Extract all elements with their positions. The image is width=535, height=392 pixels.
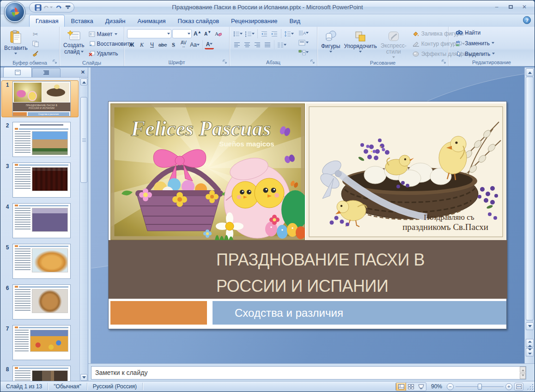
clipboard-dialog-launcher[interactable] bbox=[53, 60, 58, 65]
paste-button[interactable]: Вставить bbox=[2, 28, 30, 60]
next-slide-button[interactable] bbox=[526, 348, 534, 356]
tab-view[interactable]: Вид bbox=[283, 15, 306, 27]
font-name-combo[interactable] bbox=[127, 29, 171, 38]
character-spacing-button[interactable]: AV↔ bbox=[179, 40, 188, 49]
copy-button[interactable] bbox=[30, 39, 41, 48]
cut-button[interactable]: ✂ bbox=[30, 30, 41, 39]
tab-animation[interactable]: Анимация bbox=[132, 15, 172, 27]
fit-to-window-button[interactable] bbox=[514, 383, 523, 391]
scroll-thumb[interactable] bbox=[526, 77, 534, 320]
text-shadow-button[interactable]: S bbox=[169, 40, 178, 49]
slide-4-preview[interactable] bbox=[12, 203, 71, 238]
slide-thumbnail-1[interactable]: 1 ПРАЗДНОВАНИЕ ПАСХИ В РОССИИ И ИСПАНИИ … bbox=[1, 80, 79, 117]
maximize-button[interactable] bbox=[504, 3, 517, 11]
slideshow-view-button[interactable] bbox=[416, 383, 426, 391]
change-case-button[interactable]: Aa bbox=[189, 40, 201, 49]
columns-button[interactable] bbox=[276, 40, 287, 49]
align-center-button[interactable] bbox=[243, 40, 252, 49]
clear-formatting-button[interactable]: Aa bbox=[213, 29, 223, 38]
bold-button[interactable]: Ж bbox=[127, 40, 136, 49]
paragraph-dialog-launcher[interactable] bbox=[310, 60, 316, 65]
slide-6-preview[interactable] bbox=[12, 284, 71, 320]
slide-sorter-view-button[interactable] bbox=[406, 383, 416, 391]
numbering-button[interactable] bbox=[244, 29, 255, 38]
accent-rectangle[interactable] bbox=[110, 301, 207, 325]
tab-design[interactable]: Дизайн bbox=[99, 15, 132, 27]
zoom-slider-thumb[interactable] bbox=[478, 384, 482, 390]
tab-insert[interactable]: Вставка bbox=[65, 15, 99, 27]
strikethrough-button[interactable]: abe bbox=[158, 40, 168, 49]
minimize-button[interactable]: – bbox=[490, 3, 503, 11]
slide-7-preview[interactable] bbox=[12, 325, 71, 360]
scroll-down-button[interactable] bbox=[526, 322, 534, 330]
convert-smartart-button[interactable] bbox=[298, 48, 310, 57]
zoom-level[interactable]: 90% bbox=[428, 383, 445, 390]
italic-button[interactable]: К bbox=[137, 40, 146, 49]
align-right-button[interactable] bbox=[253, 40, 262, 49]
view-name[interactable]: "Обычная" bbox=[48, 381, 86, 392]
decrease-indent-button[interactable] bbox=[260, 29, 269, 38]
quick-styles-button[interactable]: Экспресс-стили bbox=[379, 28, 408, 60]
help-button[interactable]: ? bbox=[523, 16, 531, 24]
shapes-button[interactable]: Фигуры bbox=[319, 28, 342, 60]
slide-3-preview[interactable] bbox=[12, 163, 71, 198]
font-color-button[interactable]: A bbox=[205, 40, 214, 49]
tab-slides-thumbnails[interactable] bbox=[3, 67, 32, 77]
increase-indent-button[interactable] bbox=[270, 29, 279, 38]
slide-1-preview[interactable]: ПРАЗДНОВАНИЕ ПАСХИ В РОССИИ И ИСПАНИИ Сх… bbox=[12, 81, 71, 116]
slide-thumbnail-7[interactable]: 7 bbox=[1, 324, 79, 361]
tab-slideshow[interactable]: Показ слайдов bbox=[172, 15, 225, 27]
easter-card-spanish[interactable]: Felices Pascuas Sueños magicos bbox=[110, 103, 305, 240]
justify-button[interactable] bbox=[263, 40, 272, 49]
line-spacing-button[interactable] bbox=[283, 29, 295, 38]
tab-home[interactable]: Главная bbox=[29, 15, 65, 27]
slide-5-preview[interactable] bbox=[12, 244, 71, 279]
resize-grip[interactable] bbox=[526, 383, 534, 390]
tab-outline[interactable] bbox=[32, 68, 61, 77]
zoom-in-button[interactable]: + bbox=[505, 383, 512, 390]
slide-thumbnail-8[interactable]: 8 bbox=[1, 365, 79, 382]
slide-2-preview[interactable] bbox=[12, 122, 71, 157]
bullets-button[interactable] bbox=[232, 29, 243, 38]
find-button[interactable]: Найти bbox=[454, 29, 496, 37]
panel-scroll-up-button[interactable] bbox=[80, 78, 87, 85]
slide-thumbnail-6[interactable]: 6 bbox=[1, 283, 79, 320]
format-painter-button[interactable] bbox=[30, 49, 41, 58]
zoom-out-button[interactable]: − bbox=[447, 383, 454, 390]
slide-8-preview[interactable] bbox=[12, 366, 71, 382]
select-button[interactable]: Выделить bbox=[454, 50, 496, 58]
easter-card-russian[interactable]: Поздравляю съ праздникомъ Св.Пасхи bbox=[306, 103, 506, 240]
align-text-button[interactable] bbox=[298, 38, 310, 47]
notes-scroll-down-button[interactable] bbox=[520, 373, 526, 379]
slide-thumbnail-3[interactable]: 3 bbox=[1, 162, 79, 199]
office-button[interactable] bbox=[5, 2, 25, 22]
close-panel-button[interactable]: ✕ bbox=[81, 69, 85, 75]
previous-slide-button[interactable] bbox=[526, 339, 534, 347]
slide-title-textbox[interactable]: ПРАЗДНОВАНИЕ ПАСХИ В РОССИИ И ИСПАНИИ bbox=[109, 240, 507, 299]
language-indicator[interactable]: Русский (Россия) bbox=[87, 381, 142, 392]
slide-subtitle-textbox[interactable]: Сходства и различия bbox=[213, 301, 506, 325]
grow-font-button[interactable]: A▲ bbox=[193, 29, 202, 38]
arrange-button[interactable]: Упорядочить bbox=[342, 28, 378, 60]
text-direction-button[interactable]: A bbox=[298, 28, 310, 37]
slide-thumbnail-4[interactable]: 4 bbox=[1, 202, 79, 239]
drawing-dialog-launcher[interactable] bbox=[442, 60, 447, 65]
font-dialog-launcher[interactable] bbox=[223, 60, 228, 65]
new-slide-button[interactable]: Создать слайд bbox=[61, 28, 86, 60]
notes-scroll-up-button[interactable] bbox=[520, 367, 526, 373]
notes-input[interactable]: Заметки к слайду bbox=[91, 366, 526, 380]
replace-button[interactable]: ab ac Заменить bbox=[454, 39, 496, 48]
slide-editor[interactable]: Felices Pascuas Sueños magicos bbox=[108, 101, 507, 329]
font-size-combo[interactable] bbox=[172, 29, 192, 38]
align-left-button[interactable] bbox=[232, 40, 242, 49]
close-button[interactable]: ✕ bbox=[518, 3, 531, 11]
zoom-slider[interactable] bbox=[456, 383, 504, 390]
scroll-up-button[interactable] bbox=[526, 68, 534, 76]
panel-scroll-thumb[interactable] bbox=[80, 97, 87, 183]
tab-review[interactable]: Рецензирование bbox=[225, 15, 283, 27]
slide-thumbnail-2[interactable]: 2 bbox=[1, 121, 79, 158]
panel-scroll-down-button[interactable] bbox=[80, 374, 87, 381]
underline-button[interactable]: Ч bbox=[147, 40, 157, 49]
normal-view-button[interactable] bbox=[396, 383, 406, 391]
slide-counter[interactable]: Слайд 1 из 13 bbox=[0, 381, 48, 392]
